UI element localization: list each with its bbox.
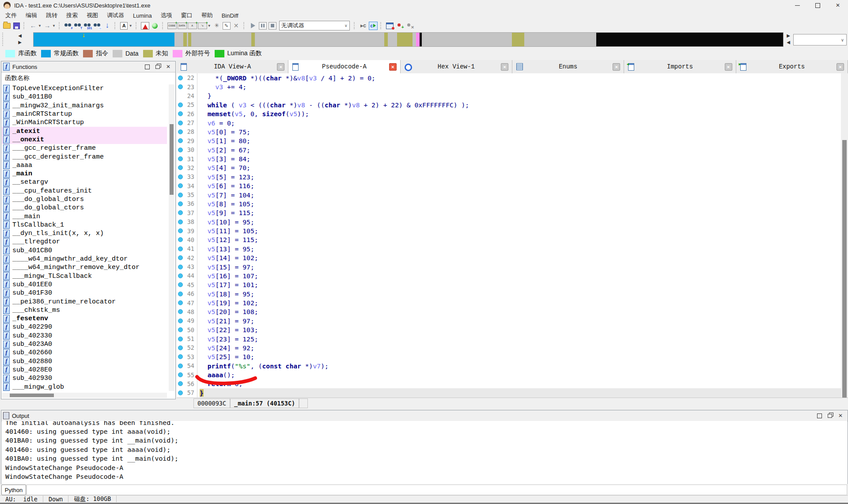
function-list-item[interactable]: f_WinMainCRTStartup [2,118,167,127]
pseudocode-line[interactable]: 28 v5[0] = 75; [177,127,841,136]
recent-windows-icon[interactable] [386,21,394,30]
menu-item-调试器[interactable]: 调试器 [102,11,129,20]
make-string-icon[interactable]: 's [198,21,207,30]
function-list-item[interactable]: fsub_4023A0 [2,340,167,349]
debug-stop-icon[interactable] [268,21,277,30]
tab-enums[interactable]: Enums✕ [512,60,624,73]
navband-drag-handle[interactable] [2,33,4,46]
panel-float-icon[interactable] [825,412,835,420]
pseudocode-line[interactable]: 45 v5[17] = 101; [177,280,841,289]
function-list-item[interactable]: fsub_402330 [2,332,167,340]
function-list-item[interactable]: f____w64_mingwthr_remove_key_dtor [2,263,167,272]
functions-vertical-scrollbar[interactable] [169,84,174,391]
debugger-combo[interactable]: 无调试器∨ [279,21,350,30]
edit-icon[interactable]: ✎ [222,21,231,30]
make-array-icon[interactable]: ✳ [212,21,221,30]
navband-left-up-icon[interactable]: ◀ [16,32,24,39]
problems-icon[interactable] [141,21,150,30]
maximize-button[interactable] [807,0,828,11]
python-button[interactable]: Python [1,485,26,495]
attach-process-icon[interactable]: ▸c [359,21,368,30]
pseudocode-line[interactable]: 53 v5[25] = 10; [177,352,841,361]
function-list-item[interactable]: f___do_global_ctors [2,204,167,212]
navigate-back-icon[interactable]: ← [29,21,38,30]
menu-item-编辑[interactable]: 编辑 [21,11,42,20]
pseudocode-line[interactable]: 42 v5[14] = 102; [177,254,841,262]
function-list-item[interactable]: f__onexit [2,136,167,144]
function-list-item[interactable]: fsub_4028E0 [2,366,167,374]
scrollbar-thumb[interactable] [10,394,54,397]
menu-item-帮助[interactable]: 帮助 [197,11,217,20]
menu-item-搜索[interactable]: 搜索 [62,11,82,20]
debug-pause-icon[interactable] [258,21,267,30]
pseudocode-line[interactable]: 54 printf("%s", (const char *)v7); [177,361,841,370]
back-dropdown-caret[interactable]: ▼ [38,24,42,28]
tab-close-icon[interactable]: ✕ [613,63,620,71]
rename-dropdown-caret[interactable]: ▼ [129,24,132,28]
tab-close-icon[interactable]: ✕ [725,63,732,71]
search-next-icon[interactable]: → [93,21,102,30]
function-list-item[interactable]: f_aaaa [2,161,167,170]
jump-address-icon[interactable]: ↓ [103,21,112,30]
pseudocode-line[interactable]: 41 v5[13] = 95; [177,244,841,253]
pseudocode-line[interactable]: 52 v5[24] = 92; [177,343,841,352]
pseudocode-line[interactable]: 43 v5[15] = 97; [177,262,841,271]
pseudocode-line[interactable]: 51 v5[23] = 125; [177,334,841,343]
panel-maximize-icon[interactable] [814,412,825,420]
function-list-item[interactable]: f___mingw_TLScallback [2,272,167,280]
function-list-item[interactable]: f___mingw_glob [2,383,167,391]
pseudocode-line[interactable]: 48 v5[20] = 108; [177,307,841,316]
pseudocode-line[interactable]: 49 v5[21] = 97; [177,316,841,325]
minimize-button[interactable] [787,0,807,11]
pseudocode-line[interactable]: 23 v3 += 4; [177,82,841,91]
search-text-icon[interactable]: T [74,21,83,30]
navband-combo[interactable]: ∨ [793,34,847,45]
save-icon[interactable] [12,21,21,30]
function-list-item[interactable]: f___chkstk_ms [2,306,167,315]
navigation-band[interactable]: ↓ [33,32,784,47]
string-dropdown-caret[interactable]: ▼ [208,24,211,28]
function-list-item[interactable]: fsub_401EE0 [2,280,167,289]
panel-maximize-icon[interactable] [142,63,152,71]
function-list-item[interactable]: f___main [2,212,167,220]
pseudocode-line[interactable]: 33 v5[5] = 123; [177,172,841,181]
continue-process-icon[interactable]: c [369,21,378,30]
navband-left-down-icon[interactable]: ▶ [16,39,24,45]
pseudocode-line[interactable]: 25 while ( v3 < (((char *)v8 - ((char *)… [177,100,841,109]
function-list-item[interactable]: f___cpu_features_init [2,187,167,195]
tab-close-icon[interactable]: ✕ [389,63,397,71]
pseudocode-line[interactable]: 46 v5[18] = 95; [177,289,841,298]
menu-item-Lumina[interactable]: Lumina [129,11,156,20]
pseudocode-line[interactable]: 47 v5[19] = 102; [177,298,841,307]
menu-item-文件[interactable]: 文件 [1,11,21,20]
function-list-item[interactable]: fsub_402660 [2,349,167,357]
function-list-item[interactable]: f_atexit [2,127,167,135]
pseudocode-line[interactable]: 44 v5[16] = 107; [177,271,841,280]
make-code-icon[interactable]: CODE [167,21,177,30]
function-list-item[interactable]: fsub_402880 [2,357,167,366]
python-input[interactable] [26,485,847,495]
navband-right-down-icon[interactable]: ◀ [784,39,792,45]
tab-exports[interactable]: ▸Exports✕ [736,60,848,73]
tab-close-icon[interactable]: ✕ [277,63,284,71]
pseudocode-line[interactable]: 38 v5[10] = 95; [177,217,841,226]
pseudocode-line[interactable]: 32 v5[4] = 70; [177,163,841,172]
make-name-icon[interactable]: A [188,21,197,30]
function-list-item[interactable]: f___tlregdtor [2,238,167,246]
pseudocode-line[interactable]: 30 v5[2] = 67; [177,145,841,154]
tab-imports[interactable]: ◂Imports✕ [624,60,736,73]
pseudocode-line[interactable]: 55 aaaa(); [177,370,841,379]
search-binary-icon[interactable]: 101 [83,21,92,30]
function-list-item[interactable]: f_main [2,170,167,178]
menu-item-选项[interactable]: 选项 [156,11,177,20]
undefine-icon[interactable]: ✕ [232,21,241,30]
function-list-item[interactable]: fsub_402930 [2,374,167,383]
pseudocode-vertical-scrollbar[interactable] [841,73,848,398]
pseudocode-line[interactable]: 27 v6 = 0; [177,118,841,127]
menu-item-窗口[interactable]: 窗口 [177,11,197,20]
search-immediate-icon[interactable]: # [64,21,73,30]
debug-run-icon[interactable] [249,21,257,30]
pseudocode-line[interactable]: 31 v5[3] = 84; [177,154,841,163]
pseudocode-line[interactable]: 40 v5[12] = 115; [177,235,841,244]
scrollbar-thumb[interactable] [842,140,847,405]
